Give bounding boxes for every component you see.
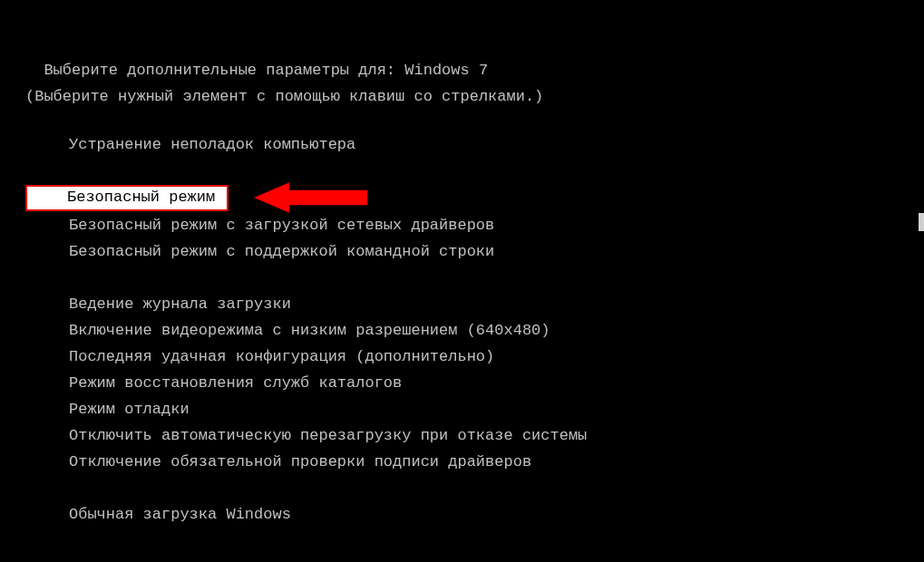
menu-label: Отключение обязательной проверки подписи…	[69, 450, 531, 476]
menu-label: Режим отладки	[69, 397, 190, 423]
pointer-arrow-icon	[252, 181, 370, 214]
menu-item-no-auto-restart[interactable]: Отключить автоматическую перезагрузку пр…	[69, 423, 924, 450]
menu-item-repair[interactable]: Устранение неполадок компьютера	[69, 132, 924, 159]
menu-spacer	[69, 266, 924, 292]
header-line-2: (Выберите нужный элемент с помощью клави…	[25, 84, 924, 111]
scrollbar-thumb[interactable]	[919, 213, 924, 231]
menu-item-no-sig[interactable]: Отключение обязательной проверки подписи…	[69, 450, 924, 476]
menu-label: Обычная загрузка Windows	[69, 502, 291, 528]
description-line: Описание: Запуск Windows только с основн…	[25, 548, 924, 562]
menu-label: Отключить автоматическую перезагрузку пр…	[69, 423, 587, 450]
header-line-1: Выберите дополнительные параметры для: W…	[25, 32, 924, 84]
menu-item-ds-restore[interactable]: Режим восстановления служб каталогов	[69, 371, 924, 397]
os-name: Windows 7	[404, 62, 488, 79]
menu-item-safe-mode-net[interactable]: Безопасный режим с загрузкой сетевых дра…	[69, 213, 924, 239]
menu-label: Безопасный режим	[67, 185, 215, 211]
menu-item-normal[interactable]: Обычная загрузка Windows	[69, 502, 924, 528]
menu-label: Безопасный режим с поддержкой командной …	[69, 239, 494, 266]
menu-label: Безопасный режим с загрузкой сетевых дра…	[69, 213, 494, 239]
menu-label: Включение видеорежима с низким разрешени…	[69, 318, 550, 344]
boot-menu: Устранение неполадок компьютера Безопасн…	[25, 132, 924, 528]
menu-label: Устранение неполадок компьютера	[69, 132, 355, 159]
selected-highlight: Безопасный режим	[25, 185, 229, 211]
menu-item-low-res[interactable]: Включение видеорежима с низким разрешени…	[69, 318, 924, 344]
menu-label: Ведение журнала загрузки	[69, 292, 291, 318]
menu-spacer	[69, 159, 924, 185]
menu-item-debug[interactable]: Режим отладки	[69, 397, 924, 423]
header-prefix: Выберите дополнительные параметры для:	[44, 62, 404, 79]
menu-label: Последняя удачная конфигурация (дополнит…	[69, 344, 494, 371]
menu-item-last-known[interactable]: Последняя удачная конфигурация (дополнит…	[69, 344, 924, 371]
svg-marker-0	[252, 181, 368, 214]
menu-label: Режим восстановления служб каталогов	[69, 371, 402, 397]
menu-item-safe-mode[interactable]: Безопасный режим	[25, 185, 924, 211]
menu-item-boot-log[interactable]: Ведение журнала загрузки	[69, 292, 924, 318]
menu-item-safe-mode-cmd[interactable]: Безопасный режим с поддержкой командной …	[69, 239, 924, 266]
menu-spacer	[69, 476, 924, 502]
